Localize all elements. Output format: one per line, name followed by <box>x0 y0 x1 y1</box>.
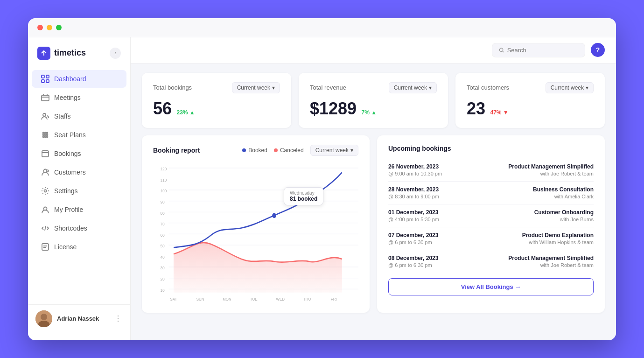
user-more-button[interactable]: ⋮ <box>113 314 123 323</box>
search-box[interactable] <box>492 43 585 57</box>
svg-point-13 <box>45 136 46 137</box>
seat-plans-icon <box>41 131 49 139</box>
maximize-dot[interactable] <box>56 25 62 30</box>
content-area: Total bookings Current week ▾ 56 23% ▲ <box>131 63 616 340</box>
sidebar-item-label: My Profile <box>54 206 83 213</box>
svg-point-6 <box>43 132 44 133</box>
dashboard-icon <box>41 75 49 83</box>
canceled-dot <box>274 148 278 152</box>
svg-text:40: 40 <box>161 254 165 260</box>
sidebar-item-bookings[interactable]: Bookings <box>32 145 126 162</box>
stat-badge-bookings: 23% ▲ <box>177 109 195 116</box>
sidebar-item-license[interactable]: License <box>32 238 126 256</box>
sidebar-item-label: License <box>54 243 77 251</box>
stat-value: 23 47% ▼ <box>467 99 594 119</box>
svg-text:90: 90 <box>161 199 165 204</box>
svg-point-11 <box>47 134 48 135</box>
avatar <box>35 310 52 327</box>
bookings-icon <box>41 149 49 158</box>
booking-with: with Joe Burns <box>534 217 594 222</box>
collapse-sidebar-button[interactable]: ‹ <box>110 48 121 59</box>
booking-date: 26 November, 2023 <box>388 163 442 170</box>
svg-text:70: 70 <box>161 221 165 226</box>
settings-icon <box>41 187 49 195</box>
staffs-icon <box>41 112 49 120</box>
chart-period-selector[interactable]: Current week ▾ <box>310 145 358 156</box>
booking-event: Business Consultation <box>533 186 594 193</box>
my-profile-icon <box>41 205 49 214</box>
svg-point-22 <box>41 314 47 320</box>
minimize-dot[interactable] <box>47 25 52 30</box>
logo-icon <box>37 47 50 60</box>
stat-badge-revenue: 7% ▲ <box>362 109 377 116</box>
logo-text: timetics <box>54 48 86 58</box>
user-name: Adrian Nassek <box>57 315 109 322</box>
meetings-icon <box>41 93 49 102</box>
sidebar-item-meetings[interactable]: Meetings <box>32 89 126 106</box>
svg-text:10: 10 <box>161 287 165 292</box>
booking-time: @ 9:00 am to 10:30 pm <box>388 171 442 176</box>
booking-event: Product Management Simplified <box>508 163 594 170</box>
chart-title: Booking report <box>153 147 200 154</box>
sidebar-item-shortcodes[interactable]: Shortcodes <box>32 219 126 237</box>
svg-rect-15 <box>42 151 49 157</box>
chart-legend: Booked Canceled Current week ▾ <box>242 145 358 156</box>
booked-dot <box>242 148 246 152</box>
search-input[interactable] <box>507 47 578 54</box>
period-selector-revenue[interactable]: Current week ▾ <box>389 82 437 93</box>
svg-text:120: 120 <box>161 166 167 171</box>
chart-container: Wednesday 81 booked 120 110 100 90 80 70 <box>153 161 358 303</box>
svg-point-8 <box>47 132 48 133</box>
booking-item: 08 December, 2023 @ 6 pm to 6:30 pm Prod… <box>388 250 594 273</box>
help-button[interactable]: ? <box>591 43 605 57</box>
chart-svg: 120 110 100 90 80 70 60 50 40 30 20 <box>153 161 358 302</box>
sidebar-item-label: Dashboard <box>54 75 86 83</box>
search-icon <box>499 47 504 53</box>
sidebar: timetics ‹ Dashboard Meetings <box>28 37 131 340</box>
sidebar-item-label: Bookings <box>54 150 81 157</box>
booking-event: Customer Onboarding <box>534 209 594 216</box>
svg-rect-2 <box>42 80 44 83</box>
close-dot[interactable] <box>37 25 43 30</box>
booking-date: 08 December, 2023 <box>388 255 438 261</box>
license-icon <box>41 243 49 251</box>
svg-point-18 <box>44 190 47 192</box>
sidebar-footer: Adrian Nassek ⋮ <box>28 304 130 333</box>
sidebar-item-seat-plans[interactable]: Seat Plans <box>32 126 126 144</box>
booking-time: @ 4:00 pm to 5:30 pm <box>388 217 439 222</box>
booking-date: 07 December, 2023 <box>388 232 438 239</box>
shortcodes-icon <box>41 224 49 232</box>
svg-text:100: 100 <box>161 188 167 193</box>
nav-items: Dashboard Meetings Staffs <box>28 69 130 304</box>
booking-item: 01 December, 2023 @ 4:00 pm to 5:30 pm C… <box>388 204 594 227</box>
booking-with: with Joe Robert & team <box>508 262 594 268</box>
legend-canceled: Canceled <box>274 147 304 154</box>
view-all-bookings-button[interactable]: View All Bookings → <box>388 278 594 295</box>
stat-value: 56 23% ▲ <box>153 99 280 119</box>
svg-point-9 <box>43 134 44 135</box>
svg-point-17 <box>47 170 49 172</box>
sidebar-item-settings[interactable]: Settings <box>32 182 126 200</box>
svg-text:20: 20 <box>161 276 165 281</box>
sidebar-item-my-profile[interactable]: My Profile <box>32 201 126 218</box>
svg-rect-4 <box>42 95 49 101</box>
stat-title: Total bookings <box>153 84 192 91</box>
topbar: ? <box>131 37 616 63</box>
app-window: timetics ‹ Dashboard Meetings <box>28 18 616 340</box>
svg-text:30: 30 <box>161 265 165 270</box>
booking-date: 01 December, 2023 <box>388 209 439 216</box>
sidebar-item-dashboard[interactable]: Dashboard <box>32 70 126 88</box>
svg-text:60: 60 <box>161 232 165 237</box>
svg-point-49 <box>272 213 276 218</box>
sidebar-item-customers[interactable]: Customers <box>32 163 126 181</box>
svg-point-10 <box>45 134 46 135</box>
sidebar-item-staffs[interactable]: Staffs <box>32 107 126 125</box>
period-selector-bookings[interactable]: Current week ▾ <box>232 82 280 93</box>
period-selector-customers[interactable]: Current week ▾ <box>546 82 594 93</box>
stats-row: Total bookings Current week ▾ 56 23% ▲ <box>142 73 605 128</box>
booking-item: 07 December, 2023 @ 6 pm to 6:30 pm Prod… <box>388 227 594 250</box>
svg-point-24 <box>499 48 503 51</box>
svg-text:110: 110 <box>161 177 167 183</box>
svg-text:TUE: TUE <box>250 296 258 302</box>
svg-text:THU: THU <box>303 296 311 302</box>
